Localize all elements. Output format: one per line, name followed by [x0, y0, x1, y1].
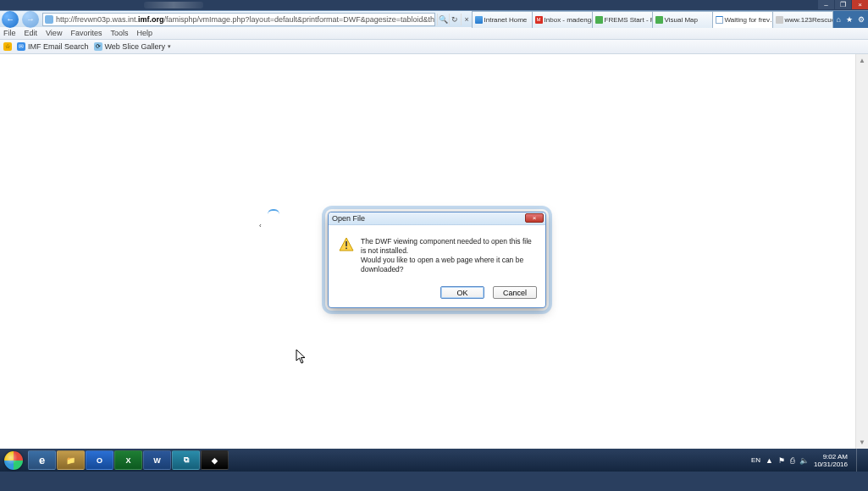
dialog-message: The DWF viewing component needed to open…	[361, 237, 535, 274]
menu-tools[interactable]: Tools	[110, 29, 128, 37]
menu-favorites[interactable]: Favorites	[70, 29, 102, 37]
back-button[interactable]: ←	[2, 11, 19, 28]
tab-visual-map[interactable]: Visual Map	[652, 11, 713, 28]
minimize-button[interactable]: –	[817, 0, 834, 9]
open-file-dialog: Open File × The DWF viewing component ne…	[328, 212, 546, 308]
dialog-button-row: OK Cancel	[329, 281, 545, 307]
tab-label: Waiting for frev…	[725, 16, 773, 24]
taskbar: e 📁 O X W ⧉ ◆ EN ▲ ⚑ ⎙ 🔈 9:02 AM 10/31/2…	[0, 449, 868, 472]
fav-label: IMF Email Search	[28, 42, 89, 51]
dialog-line1: The DWF viewing component needed to open…	[361, 237, 535, 256]
tab-gmail-inbox[interactable]: M Inbox - madenga…	[532, 11, 593, 28]
mouse-cursor-icon	[296, 349, 307, 364]
page-content: ‹ ▲ ▼ Open File × The DWF viewing compo	[0, 54, 868, 449]
taskbar-app2[interactable]: ◆	[201, 450, 229, 470]
search-icon[interactable]: 🔍	[437, 14, 449, 25]
cancel-button[interactable]: Cancel	[493, 286, 537, 299]
scroll-down-icon[interactable]: ▼	[856, 436, 868, 449]
taskbar-app1[interactable]: ⧉	[172, 450, 200, 470]
tab-strip: Intranet Home M Inbox - madenga… FREMS S…	[473, 11, 833, 28]
refresh-icon[interactable]: ↻	[449, 14, 461, 25]
green-favicon-icon	[655, 16, 663, 24]
fav-imf-email-search[interactable]: ✉ IMF Email Search	[17, 42, 89, 51]
dialog-line2: Would you like to open a web page where …	[361, 256, 535, 274]
tray-volume-icon[interactable]: 🔈	[799, 456, 809, 465]
favorites-bar: ☆ ✉ IMF Email Search ⟳ Web Slice Gallery…	[0, 40, 868, 54]
dialog-title-bar[interactable]: Open File ×	[329, 212, 545, 225]
warning-icon	[339, 237, 354, 252]
tray-date: 10/31/2016	[814, 461, 848, 468]
url-suffix: /famisphp/vmImage.php?layout=default&pri…	[164, 15, 435, 24]
url-host: imf.org	[138, 15, 164, 24]
stop-icon[interactable]: ×	[461, 14, 473, 25]
generic-favicon-icon	[776, 16, 783, 24]
address-bar[interactable]: http://frevwn03p.was.int.imf.org/famisph…	[42, 13, 435, 26]
taskbar-explorer[interactable]: 📁	[57, 450, 85, 470]
gmail-favicon-icon: M	[535, 16, 543, 24]
window-close-button[interactable]: ×	[851, 0, 868, 9]
loading-favicon-icon	[716, 16, 723, 24]
fav-label: Web Slice Gallery	[105, 42, 165, 51]
start-button[interactable]	[0, 449, 27, 472]
window-title-bar: – ❐ ×	[0, 0, 868, 10]
taskbar-word[interactable]: W	[143, 450, 171, 470]
taskbar-outlook[interactable]: O	[86, 450, 113, 470]
tab-label: Visual Map	[665, 16, 698, 24]
system-tray: EN ▲ ⚑ ⎙ 🔈 9:02 AM 10/31/2016	[751, 449, 866, 472]
tab-label: www.123Rescue.com	[785, 16, 833, 24]
vertical-scrollbar[interactable]: ▲ ▼	[855, 54, 868, 449]
home-icon[interactable]: ⌂	[837, 15, 841, 24]
taskbar-ie[interactable]: e	[28, 450, 56, 470]
taskbar-excel[interactable]: X	[114, 450, 142, 470]
tray-clock[interactable]: 9:02 AM 10/31/2016	[814, 453, 848, 468]
system-buttons: – ❐ ×	[817, 0, 868, 9]
app2-icon: ◆	[212, 456, 218, 465]
tab-label: Inbox - madenga…	[545, 16, 593, 24]
app1-icon: ⧉	[184, 455, 189, 465]
tray-show-hidden-icon[interactable]: ▲	[766, 456, 773, 465]
chevron-down-icon: ▾	[168, 43, 171, 50]
page-favicon	[45, 15, 53, 24]
forward-button[interactable]: →	[22, 11, 39, 28]
browser-nav-bar: ← → http://frevwn03p.was.int.imf.org/fam…	[0, 10, 868, 27]
maximize-button[interactable]: ❐	[834, 0, 851, 9]
menu-edit[interactable]: Edit	[25, 29, 38, 37]
scroll-up-icon[interactable]: ▲	[856, 54, 868, 67]
browser-right-icons: ⌂ ★ ⚙	[833, 11, 868, 28]
menu-help[interactable]: Help	[136, 29, 152, 37]
tray-network-icon[interactable]: ⎙	[790, 456, 794, 465]
tray-action-center-icon[interactable]: ⚑	[778, 456, 785, 465]
show-desktop-button[interactable]	[856, 449, 863, 472]
svg-rect-0	[346, 241, 347, 246]
ie-icon: e	[39, 454, 45, 466]
ie-favicon-icon	[475, 16, 483, 24]
dialog-body: The DWF viewing component needed to open…	[329, 225, 545, 281]
fav-web-slice-gallery[interactable]: ⟳ Web Slice Gallery ▾	[94, 42, 171, 51]
folder-icon: 📁	[66, 456, 75, 465]
loading-arc-icon	[268, 209, 279, 214]
green-favicon-icon	[595, 16, 603, 24]
tab-intranet-home[interactable]: Intranet Home	[472, 11, 533, 28]
menu-file[interactable]: File	[3, 29, 16, 37]
tab-frems-start[interactable]: FREMS Start - Facilit…	[592, 11, 653, 28]
ok-button[interactable]: OK	[440, 286, 484, 299]
windows-orb-icon	[4, 451, 23, 470]
tools-gear-icon[interactable]: ⚙	[858, 15, 865, 24]
address-bar-buttons: 🔍 ↻ ×	[437, 14, 473, 25]
tab-label: Intranet Home	[484, 16, 528, 24]
tab-waiting-frev[interactable]: Waiting for frev… ×	[712, 11, 773, 28]
cloud-favicon-icon: ⟳	[94, 42, 102, 51]
imf-favicon-icon: ✉	[17, 42, 25, 51]
dialog-title: Open File	[332, 214, 365, 223]
dialog-close-button[interactable]: ×	[525, 213, 544, 223]
url-prefix: http://frevwn03p.was.int.	[56, 15, 138, 24]
word-icon: W	[153, 456, 161, 465]
favorites-star-icon[interactable]: ★	[846, 15, 853, 24]
add-favorite-icon[interactable]: ☆	[3, 42, 12, 51]
tab-label: FREMS Start - Facilit…	[605, 16, 653, 24]
tray-language[interactable]: EN	[751, 456, 760, 464]
menu-view[interactable]: View	[46, 29, 62, 37]
tab-123rescue[interactable]: www.123Rescue.com	[772, 11, 833, 28]
svg-rect-1	[346, 248, 347, 250]
excel-icon: X	[125, 456, 130, 465]
